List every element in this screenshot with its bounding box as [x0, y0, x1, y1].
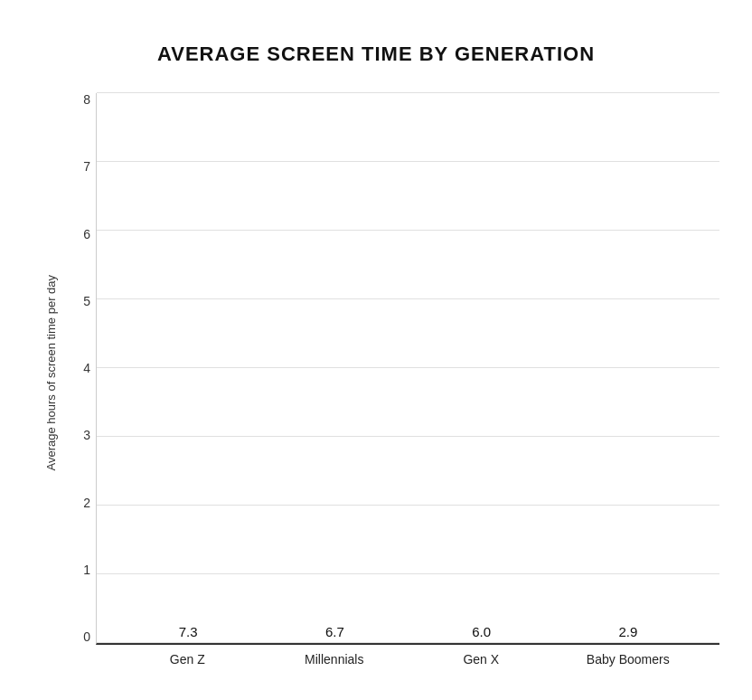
- bar-value-label: 6.7: [325, 624, 344, 639]
- chart-area: Average hours of screen time per day 012…: [33, 93, 719, 667]
- bar-value-label: 6.0: [472, 624, 491, 639]
- x-axis-label: Gen X: [422, 652, 540, 667]
- y-axis-ticks: 012345678: [69, 93, 96, 645]
- chart-container: AVERAGE SCREEN TIME BY GENERATION Averag…: [14, 15, 738, 685]
- y-tick: 6: [69, 228, 96, 241]
- y-tick: 3: [69, 429, 96, 441]
- y-tick: 5: [69, 295, 96, 307]
- x-axis-label: Gen Z: [128, 652, 246, 667]
- y-axis-label-container: Average hours of screen time per day: [33, 93, 69, 667]
- grid-and-bars: 012345678 7.36.76.02.9: [69, 93, 719, 645]
- bar-group: 6.0: [423, 624, 540, 643]
- y-tick: 1: [69, 563, 96, 576]
- bars-row: 7.36.76.02.9: [97, 93, 719, 643]
- bar-group: 2.9: [569, 624, 687, 643]
- bars-and-grid: 7.36.76.02.9: [96, 93, 719, 645]
- y-tick: 4: [69, 362, 96, 374]
- bar-value-label: 7.3: [179, 624, 198, 639]
- chart-title: AVERAGE SCREEN TIME BY GENERATION: [157, 43, 595, 66]
- y-tick: 8: [69, 93, 96, 106]
- bar-group: 7.3: [129, 624, 247, 643]
- bar-value-label: 2.9: [618, 624, 637, 639]
- x-axis-label: Baby Boomers: [569, 652, 687, 667]
- x-axis-label: Millennials: [276, 652, 393, 667]
- x-labels: Gen ZMillennialsGen XBaby Boomers: [69, 645, 719, 667]
- bar-group: 6.7: [276, 624, 393, 643]
- y-tick: 2: [69, 497, 96, 509]
- y-tick: 7: [69, 160, 96, 173]
- plot-area: 012345678 7.36.76.02.9 Gen ZMillennialsG…: [69, 93, 719, 667]
- y-tick: 0: [69, 630, 96, 643]
- y-axis-label: Average hours of screen time per day: [44, 289, 58, 470]
